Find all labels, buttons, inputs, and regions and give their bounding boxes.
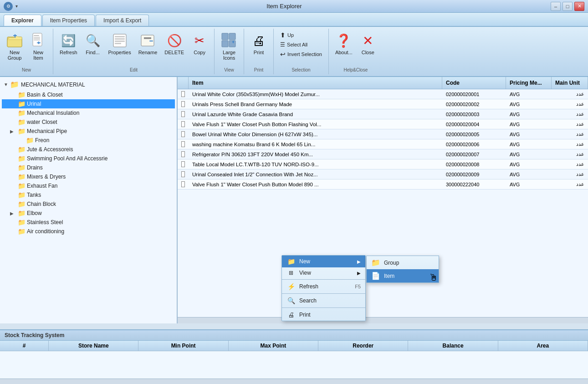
sub-group-label: Group bbox=[384, 260, 399, 266]
ctx-new[interactable]: 📁 New ▶ 📁 Group 📄 Item bbox=[282, 256, 365, 267]
ribbon: NewGroup NewItem New bbox=[0, 27, 588, 77]
new-group-button[interactable]: NewGroup bbox=[4, 31, 26, 62]
tab-item-properties[interactable]: Item Properties bbox=[42, 15, 95, 26]
ctx-search[interactable]: 🔍 Search bbox=[282, 295, 365, 307]
svg-rect-8 bbox=[34, 40, 40, 41]
select-all-label: Select All bbox=[287, 42, 307, 47]
col-item-label: Item bbox=[192, 80, 204, 86]
new-group-label: NewGroup bbox=[8, 50, 22, 61]
ctx-print-label: Print bbox=[299, 312, 361, 318]
ribbon-group-selection: ⬆ Up ☰ Select All ↩ Invert Selection Sel… bbox=[274, 29, 329, 74]
root-collapse-icon[interactable]: ▼ bbox=[4, 82, 8, 87]
ctx-refresh[interactable]: ⚡ Refresh F5 bbox=[282, 281, 365, 292]
ctx-sep1 bbox=[282, 279, 365, 280]
properties-icon bbox=[112, 32, 128, 49]
ctx-print[interactable]: 🖨 Print bbox=[282, 309, 365, 321]
refresh-button[interactable]: 🔄 Refresh bbox=[57, 31, 80, 57]
tree-item-basin-closet[interactable]: 📁 Basin & Closet bbox=[2, 90, 175, 99]
refresh-icon: 🔄 bbox=[60, 32, 77, 49]
select-all-button[interactable]: ☰ Select All bbox=[277, 41, 325, 49]
print-button[interactable]: 🖨 Print bbox=[248, 31, 270, 57]
invert-icon: ↩ bbox=[280, 51, 286, 58]
ribbon-group-view: LargeIcons View bbox=[215, 29, 244, 74]
large-icons-button[interactable]: LargeIcons bbox=[218, 31, 240, 62]
about-label: About... bbox=[335, 50, 353, 55]
row-unit-0: عدد bbox=[552, 89, 588, 99]
tab-import-export[interactable]: Import & Export bbox=[96, 15, 149, 26]
ribbon-group-selection-label: Selection bbox=[291, 67, 310, 72]
ctx-view-arrow: ▶ bbox=[357, 271, 361, 276]
ctx-print-icon: 🖨 bbox=[286, 311, 296, 318]
col-code-label: Code bbox=[446, 80, 460, 86]
svg-rect-14 bbox=[115, 41, 125, 42]
copy-button[interactable]: ✂ Copy bbox=[189, 31, 210, 57]
find-button[interactable]: 🔍 Find... bbox=[82, 31, 104, 57]
up-icon: ⬆ bbox=[280, 31, 286, 39]
tree-root[interactable]: ▼ 📁 MECHANICAL MATERIAL bbox=[2, 79, 175, 90]
close-ribbon-label: Close bbox=[362, 50, 374, 55]
ribbon-group-new-label: New bbox=[22, 67, 31, 72]
refresh-label: Refresh bbox=[60, 50, 77, 55]
rename-button[interactable]: Rename bbox=[136, 31, 160, 57]
ctx-search-icon: 🔍 bbox=[286, 297, 296, 304]
ctx-search-label: Search bbox=[299, 297, 361, 304]
ctx-refresh-icon: ⚡ bbox=[286, 283, 296, 290]
new-item-label: NewItem bbox=[33, 50, 43, 61]
tree-root-label: MECHANICAL MATERIAL bbox=[21, 82, 85, 88]
svg-rect-19 bbox=[149, 41, 153, 41]
tab-explorer[interactable]: Explorer bbox=[4, 15, 41, 26]
ctx-refresh-label: Refresh bbox=[299, 283, 351, 290]
ribbon-group-edit: 🔄 Refresh 🔍 Find... Properties bbox=[53, 29, 215, 74]
ctx-new-label: New bbox=[299, 258, 353, 265]
col-pricing-header: Pricing Me... bbox=[506, 77, 552, 89]
ctx-new-arrow: ▶ bbox=[357, 259, 361, 264]
delete-label: DELETE bbox=[164, 50, 184, 55]
col-item-header: Item bbox=[189, 77, 442, 89]
title-bar-left: ⚙ ▾ bbox=[4, 2, 18, 11]
svg-rect-13 bbox=[115, 38, 125, 40]
row-code-0: 020000020001 bbox=[442, 90, 506, 99]
window-close-button[interactable]: ✕ bbox=[574, 2, 584, 11]
minimize-button[interactable]: – bbox=[551, 2, 561, 11]
sub-group-icon: 📁 bbox=[371, 258, 380, 267]
row-check-0[interactable] bbox=[178, 89, 189, 99]
svg-rect-21 bbox=[229, 33, 235, 40]
col-check-header bbox=[178, 77, 189, 89]
properties-button[interactable]: Properties bbox=[106, 31, 134, 57]
col-unit-label: Main Unit bbox=[555, 80, 580, 86]
ribbon-group-new: NewGroup NewItem New bbox=[0, 29, 53, 74]
up-label: Up bbox=[287, 32, 294, 38]
select-all-icon: ☰ bbox=[280, 41, 285, 48]
ctx-sep2 bbox=[282, 293, 365, 294]
invert-selection-button[interactable]: ↩ Invert Selection bbox=[277, 50, 325, 59]
app-icon: ⚙ bbox=[4, 2, 13, 11]
ribbon-group-print: 🖨 Print Print bbox=[244, 29, 274, 74]
delete-button[interactable]: 🚫 DELETE bbox=[162, 31, 187, 57]
row-item-0: Urinal White Color (350x535)mm(WxH) Mode… bbox=[189, 90, 442, 99]
sub-group-item[interactable]: 📁 Group bbox=[367, 256, 439, 269]
ctx-refresh-key: F5 bbox=[355, 284, 361, 289]
context-menu-overlay[interactable] bbox=[0, 99, 588, 384]
about-button[interactable]: ❓ About... bbox=[332, 31, 355, 57]
find-label: Find... bbox=[86, 50, 100, 55]
list-row[interactable]: Urinal White Color (350x535)mm(WxH) Mode… bbox=[178, 89, 588, 99]
ctx-view[interactable]: ⊞ View ▶ bbox=[282, 267, 365, 278]
maximize-button[interactable]: □ bbox=[562, 2, 573, 11]
svg-rect-10 bbox=[38, 41, 39, 44]
properties-label: Properties bbox=[108, 50, 131, 55]
sub-item-item[interactable]: 📄 Item bbox=[367, 269, 439, 282]
delete-icon: 🚫 bbox=[166, 32, 183, 49]
copy-icon: ✂ bbox=[191, 32, 208, 49]
new-group-icon bbox=[6, 32, 23, 49]
new-item-button[interactable]: NewItem bbox=[27, 31, 49, 62]
up-button[interactable]: ⬆ Up bbox=[277, 31, 325, 40]
svg-rect-20 bbox=[222, 33, 228, 40]
svg-rect-7 bbox=[34, 38, 40, 39]
svg-rect-15 bbox=[115, 43, 121, 44]
new-item-icon bbox=[30, 32, 46, 49]
ribbon-group-edit-label: Edit bbox=[130, 67, 138, 72]
ctx-sep3 bbox=[282, 307, 365, 308]
invert-label: Invert Selection bbox=[287, 51, 322, 57]
close-ribbon-button[interactable]: ✕ Close bbox=[357, 31, 379, 57]
copy-label: Copy bbox=[194, 50, 205, 55]
